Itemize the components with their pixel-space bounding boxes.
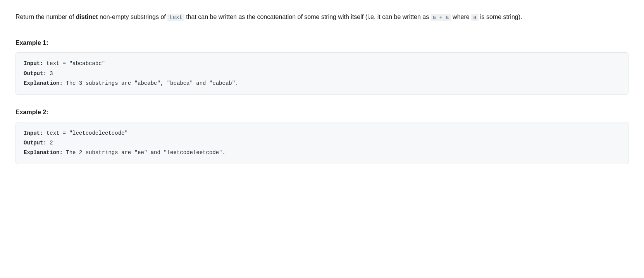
example-2-title: Example 2: [15,107,629,117]
desc-text-where: where [451,14,471,20]
inline-code-text: text [167,14,184,21]
example-2-output-value: 2 [46,140,53,146]
example-2-input-label: Input: [24,130,43,136]
example-1-title: Example 1: [15,38,629,48]
desc-text-end: is some string). [479,14,522,20]
example-1-input-value: text = "abcabcabc" [43,60,105,67]
example-2-code-block: Input: text = "leetcodeleetcode" Output:… [15,122,629,165]
example-2-input-value: text = "leetcodeleetcode" [43,130,127,136]
example-1-section: Example 1: Input: text = "abcabcabc" Out… [15,38,629,95]
example-1-code-block: Input: text = "abcabcabc" Output: 3 Expl… [15,52,629,95]
page-container: Return the number of distinct non-empty … [0,0,644,278]
example-1-line-1: Input: text = "abcabcabc" [24,59,620,69]
example-2-explanation-value: The 2 substrings are "ee" and "leetcodel… [63,149,226,156]
inline-code-a-plus-a: a + a [431,14,451,21]
example-1-explanation-value: The 3 substrings are "abcabc", "bcabca" … [63,80,239,86]
example-2-output-label: Output: [24,140,46,146]
example-1-output-value: 3 [46,70,53,77]
example-1-output-label: Output: [24,70,46,77]
example-1-line-3: Explanation: The 3 substrings are "abcab… [24,79,620,88]
inline-code-a: a [471,14,478,21]
desc-text-before-bold: Return the number of [15,14,76,20]
desc-text-after-bold: non-empty substrings of [98,14,168,20]
example-1-explanation-label: Explanation: [24,80,63,86]
example-2-line-1: Input: text = "leetcodeleetcode" [24,129,620,138]
example-1-line-2: Output: 3 [24,69,620,79]
desc-bold-word: distinct [76,14,98,20]
example-1-input-label: Input: [24,60,43,67]
example-2-line-3: Explanation: The 2 substrings are "ee" a… [24,148,620,158]
example-2-explanation-label: Explanation: [24,149,63,156]
problem-description: Return the number of distinct non-empty … [15,12,629,22]
desc-text-middle: that can be written as the concatenation… [184,14,431,20]
example-2-section: Example 2: Input: text = "leetcodeleetco… [15,107,629,164]
example-2-line-2: Output: 2 [24,138,620,148]
